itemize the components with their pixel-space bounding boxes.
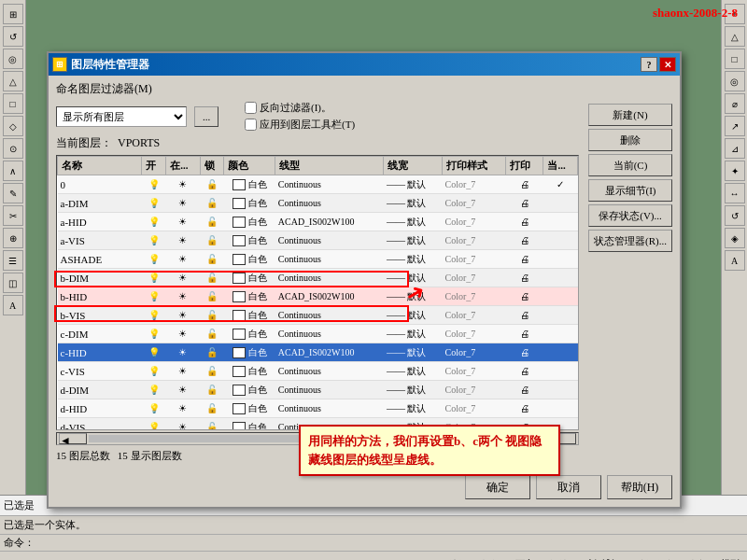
rtoolbar-btn-5[interactable]: ⌀ xyxy=(725,93,745,114)
cell-linetype[interactable]: ACAD_IS002W100 xyxy=(275,343,384,362)
cell-plotstyle[interactable]: Color_7 xyxy=(443,194,506,213)
cell-linewidth[interactable]: —— 默认 xyxy=(384,362,443,381)
cell-lock[interactable]: 🔓 xyxy=(200,343,224,362)
show-detail-button[interactable]: 显示细节(I) xyxy=(588,179,672,202)
cell-linewidth[interactable]: —— 默认 xyxy=(384,269,443,287)
toolbar-btn-5[interactable]: □ xyxy=(3,93,23,114)
cell-linetype[interactable]: Continuous xyxy=(275,306,384,325)
cell-plotstyle[interactable]: Color_7 xyxy=(443,231,506,250)
rtoolbar-btn-9[interactable]: ↔ xyxy=(725,183,745,203)
cell-plot[interactable]: 🖨 xyxy=(506,362,543,381)
mode-snap[interactable]: 捕捉 xyxy=(444,556,471,560)
cell-linetype[interactable]: ACAD_IS002W100 xyxy=(275,213,384,231)
cell-on[interactable]: 💡 xyxy=(142,287,166,306)
cell-plotstyle[interactable]: Color_7 xyxy=(443,343,506,362)
cell-on[interactable]: 💡 xyxy=(142,399,166,418)
cell-plot[interactable]: 🖨 xyxy=(506,343,543,362)
cell-color[interactable]: 白色 xyxy=(224,306,275,325)
cell-current[interactable] xyxy=(543,231,578,250)
apply-toolbar-checkbox[interactable] xyxy=(245,119,257,131)
cell-current[interactable] xyxy=(543,287,578,306)
cell-freeze[interactable]: ☀ xyxy=(166,175,200,194)
save-state-button[interactable]: 保存状态(V)... xyxy=(588,204,672,227)
cell-current[interactable] xyxy=(543,269,578,287)
mode-ortho[interactable]: 正交 xyxy=(512,556,538,560)
toolbar-btn-13[interactable]: ◫ xyxy=(3,273,23,293)
table-row[interactable]: b-DIM 💡 ☀ 🔓 白色 Continuous —— 默认 Color_7 … xyxy=(58,269,578,287)
cell-current[interactable] xyxy=(543,381,578,399)
cell-current[interactable] xyxy=(543,213,578,231)
cell-freeze[interactable]: ☀ xyxy=(166,343,200,362)
cell-plotstyle[interactable]: Color_7 xyxy=(443,325,506,343)
cell-on[interactable]: 💡 xyxy=(142,269,166,287)
cell-linetype[interactable]: Continuous xyxy=(275,269,384,287)
cell-color[interactable]: 白色 xyxy=(224,194,275,213)
cell-linewidth[interactable]: —— 默认 xyxy=(384,194,443,213)
cell-lock[interactable]: 🔓 xyxy=(200,381,224,399)
mode-otrack[interactable]: 对象追踪 xyxy=(631,556,676,560)
cell-plotstyle[interactable]: Color_7 xyxy=(443,269,506,287)
cell-color[interactable]: 白色 xyxy=(224,418,275,431)
help-button[interactable]: ? xyxy=(641,57,657,72)
rtoolbar-btn-4[interactable]: ◎ xyxy=(725,71,745,91)
cell-freeze[interactable]: ☀ xyxy=(166,287,200,306)
cell-linewidth[interactable]: —— 默认 xyxy=(384,213,443,231)
toolbar-btn-2[interactable]: ↺ xyxy=(3,26,23,47)
mode-polar[interactable]: 极轴 xyxy=(545,556,571,560)
cell-on[interactable]: 💡 xyxy=(142,231,166,250)
table-row[interactable]: ASHADE 💡 ☀ 🔓 白色 Continuous —— 默认 Color_7… xyxy=(58,250,578,269)
cell-freeze[interactable]: ☀ xyxy=(166,194,200,213)
table-row[interactable]: a-HID 💡 ☀ 🔓 白色 ACAD_IS002W100 —— 默认 Colo… xyxy=(58,213,578,231)
cell-linetype[interactable]: Continuous xyxy=(275,399,384,418)
cell-lock[interactable]: 🔓 xyxy=(200,399,224,418)
cell-lock[interactable]: 🔓 xyxy=(200,250,224,269)
current-layer-button[interactable]: 当前(C) xyxy=(588,154,672,176)
cell-current[interactable]: ✓ xyxy=(543,175,578,194)
cell-color[interactable]: 白色 xyxy=(224,287,275,306)
cell-color[interactable]: 白色 xyxy=(224,362,275,381)
cell-plot[interactable]: 🖨 xyxy=(506,213,543,231)
filter-select[interactable]: 显示所有图层 xyxy=(56,106,187,127)
cell-on[interactable]: 💡 xyxy=(142,418,166,431)
scroll-left-btn[interactable]: ◄ xyxy=(59,433,87,444)
cell-freeze[interactable]: ☀ xyxy=(166,418,200,431)
cell-linetype[interactable]: Continuous xyxy=(275,362,384,381)
cell-lock[interactable]: 🔓 xyxy=(200,231,224,250)
cell-lock[interactable]: 🔓 xyxy=(200,418,224,431)
cell-lock[interactable]: 🔓 xyxy=(200,269,224,287)
cell-linewidth[interactable]: —— 默认 xyxy=(384,381,443,399)
table-row[interactable]: d-DIM 💡 ☀ 🔓 白色 Continuous —— 默认 Color_7 … xyxy=(58,381,578,399)
cell-plotstyle[interactable]: Color_7 xyxy=(443,287,506,306)
toolbar-btn-14[interactable]: A xyxy=(3,295,23,315)
toolbar-btn-8[interactable]: ∧ xyxy=(3,161,23,181)
rtoolbar-btn-7[interactable]: ⊿ xyxy=(725,138,745,159)
cell-plotstyle[interactable]: Color_7 xyxy=(443,362,506,381)
toolbar-btn-12[interactable]: ☰ xyxy=(3,250,23,271)
mode-grid[interactable]: 栅格 xyxy=(478,556,504,560)
reverse-filter-checkbox[interactable] xyxy=(245,102,257,114)
cell-color[interactable]: 白色 xyxy=(224,250,275,269)
cell-lock[interactable]: 🔓 xyxy=(200,213,224,231)
cell-color[interactable]: 白色 xyxy=(224,325,275,343)
toolbar-btn-3[interactable]: ◎ xyxy=(3,49,23,69)
cell-lock[interactable]: 🔓 xyxy=(200,175,224,194)
toolbar-btn-11[interactable]: ⊕ xyxy=(3,228,23,248)
cell-linetype[interactable]: Continuous xyxy=(275,231,384,250)
cell-linewidth[interactable]: —— 默认 xyxy=(384,231,443,250)
rtoolbar-btn-10[interactable]: ↺ xyxy=(725,205,745,226)
cell-plot[interactable]: 🖨 xyxy=(506,399,543,418)
cell-freeze[interactable]: ☀ xyxy=(166,362,200,381)
table-row[interactable]: d-HID 💡 ☀ 🔓 白色 Continuous —— 默认 Color_7 … xyxy=(58,399,578,418)
cell-on[interactable]: 💡 xyxy=(142,175,166,194)
table-row[interactable]: c-DIM 💡 ☀ 🔓 白色 Continuous —— 默认 Color_7 … xyxy=(58,325,578,343)
cell-on[interactable]: 💡 xyxy=(142,194,166,213)
filter-browse-button[interactable]: ... xyxy=(194,106,218,127)
cell-plot[interactable]: 🖨 xyxy=(506,325,543,343)
cell-lock[interactable]: 🔓 xyxy=(200,325,224,343)
cell-lock[interactable]: 🔓 xyxy=(200,306,224,325)
cell-linewidth[interactable]: —— 默认 xyxy=(384,306,443,325)
table-row[interactable]: a-DIM 💡 ☀ 🔓 白色 Continuous —— 默认 Color_7 … xyxy=(58,194,578,213)
table-row[interactable]: c-VIS 💡 ☀ 🔓 白色 Continuous —— 默认 Color_7 … xyxy=(58,362,578,381)
cell-plot[interactable]: 🖨 xyxy=(506,381,543,399)
cell-plotstyle[interactable]: Color_7 xyxy=(443,175,506,194)
